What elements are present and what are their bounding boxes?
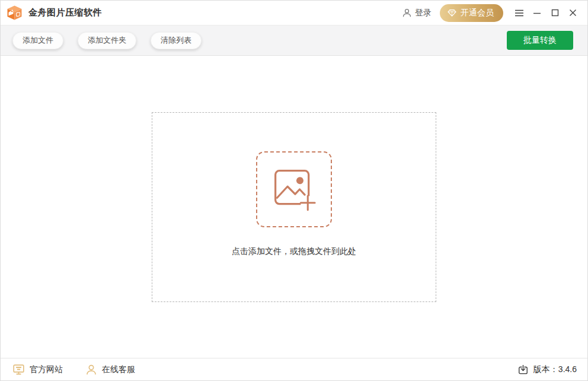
vip-button[interactable]: 开通会员 — [440, 4, 503, 22]
clear-list-button[interactable]: 清除列表 — [151, 32, 202, 49]
support-user-icon — [85, 364, 97, 376]
app-window: 金舟图片压缩软件 登录 开通会员 — [0, 0, 588, 381]
online-support-link[interactable]: 在线客服 — [85, 364, 135, 376]
minimize-icon[interactable] — [528, 4, 546, 22]
diamond-icon — [447, 8, 457, 18]
app-logo-icon — [7, 5, 23, 21]
user-icon — [402, 8, 412, 18]
version-info: 版本：3.4.6 — [517, 364, 577, 375]
login-button[interactable]: 登录 — [402, 8, 432, 18]
version-label: 版本：3.4.6 — [533, 364, 577, 375]
window-controls — [510, 4, 581, 22]
titlebar-right: 登录 开通会员 — [402, 4, 581, 22]
close-icon[interactable] — [564, 4, 581, 22]
batch-convert-button[interactable]: 批量转换 — [507, 31, 573, 50]
download-icon — [517, 364, 529, 375]
official-site-link[interactable]: 官方网站 — [12, 363, 63, 376]
image-add-icon — [271, 167, 317, 212]
login-label: 登录 — [415, 8, 432, 18]
dropzone-hint: 点击添加文件，或拖拽文件到此处 — [232, 246, 356, 257]
add-folder-button[interactable]: 添加文件夹 — [78, 32, 136, 49]
main-area: 点击添加文件，或拖拽文件到此处 — [1, 56, 587, 358]
maximize-icon[interactable] — [546, 4, 564, 22]
app-title: 金舟图片压缩软件 — [28, 7, 102, 18]
toolbar: 添加文件 添加文件夹 清除列表 批量转换 — [1, 25, 587, 56]
monitor-icon — [12, 363, 25, 376]
footer-bar: 官方网站 在线客服 版本：3.4.6 — [1, 358, 587, 380]
vip-label: 开通会员 — [461, 8, 494, 18]
official-site-label: 官方网站 — [30, 364, 63, 375]
menu-icon[interactable] — [510, 4, 528, 22]
file-dropzone[interactable]: 点击添加文件，或拖拽文件到此处 — [152, 112, 436, 302]
title-bar: 金舟图片压缩软件 登录 开通会员 — [1, 1, 587, 25]
online-support-label: 在线客服 — [102, 364, 135, 375]
add-image-tile[interactable] — [256, 151, 332, 227]
add-file-button[interactable]: 添加文件 — [12, 32, 63, 49]
